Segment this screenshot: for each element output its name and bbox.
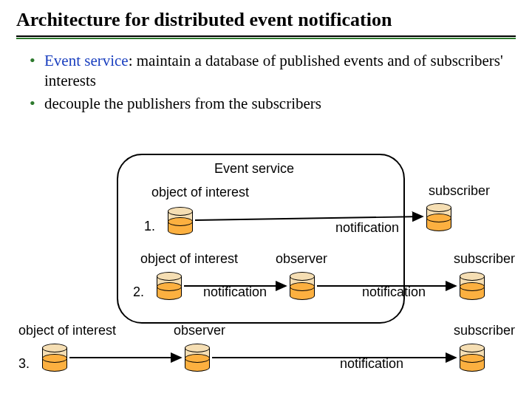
bullet-1: Event service: maintain a database of pu… <box>30 51 516 91</box>
bullet-2-rest: decouple the publishers from the subscri… <box>44 95 321 112</box>
observer-label-2: observer <box>276 251 327 267</box>
row-number-3: 3. <box>18 356 30 372</box>
title-underline <box>16 35 516 39</box>
notification-label-2b: notification <box>362 284 426 300</box>
bullet-list: Event service: maintain a database of pu… <box>16 51 516 114</box>
object-barrel-2 <box>157 272 182 300</box>
row-number-1: 1. <box>144 219 155 234</box>
object-of-interest-label-2: object of interest <box>140 251 238 267</box>
observer-barrel-2 <box>290 272 315 300</box>
object-barrel-1 <box>168 207 193 235</box>
notification-label-1: notification <box>335 220 399 236</box>
event-service-label: Event service <box>214 161 294 177</box>
event-service-box <box>117 154 405 324</box>
notification-label-3: notification <box>340 356 403 372</box>
slide-title: Architecture for distributed event notif… <box>16 9 516 33</box>
object-of-interest-label-1: object of interest <box>151 185 249 200</box>
subscriber-label-2: subscriber <box>454 251 515 267</box>
subscriber-label-3: subscriber <box>454 323 515 338</box>
observer-barrel-3 <box>185 344 210 372</box>
notification-label-2a: notification <box>203 284 267 300</box>
subscriber-barrel-1 <box>426 203 451 231</box>
bullet-2: decouple the publishers from the subscri… <box>30 94 516 114</box>
object-barrel-3 <box>42 344 67 372</box>
subscriber-barrel-2 <box>460 272 485 300</box>
svg-line-1 <box>195 216 423 220</box>
observer-label-3: observer <box>174 323 225 338</box>
object-of-interest-label-3: object of interest <box>18 323 116 338</box>
subscriber-barrel-3 <box>460 344 485 372</box>
bullet-1-term: Event service <box>44 52 129 69</box>
subscriber-label-1: subscriber <box>429 183 490 199</box>
row-number-2: 2. <box>133 284 144 300</box>
